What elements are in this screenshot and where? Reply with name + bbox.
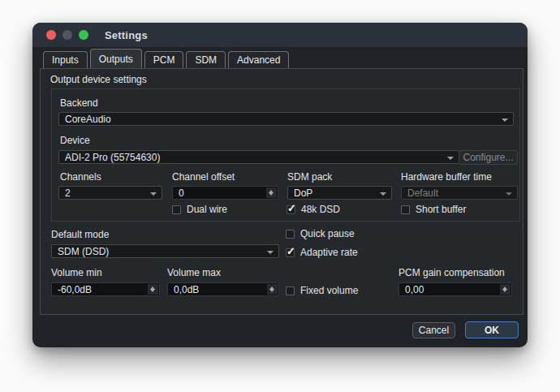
volume-max-label: Volume max: [167, 267, 221, 278]
device-select[interactable]: ADI-2 Pro (55754630): [58, 150, 459, 164]
window-title: Settings: [105, 29, 148, 41]
step-down-icon: [269, 192, 274, 196]
dual-wire-label: Dual wire: [187, 204, 227, 215]
tab-bar: Inputs Outputs PCM SDM Advanced: [43, 50, 291, 68]
volume-max-stepper[interactable]: 0,0dB: [167, 282, 279, 296]
default-mode-select[interactable]: SDM (DSD): [51, 244, 279, 258]
chevron-down-icon: [502, 118, 508, 122]
check-icon: ✓: [286, 246, 295, 256]
device-value: ADI-2 Pro (55754630): [65, 152, 160, 163]
stepper-buttons[interactable]: [266, 187, 277, 198]
sdm-pack-value: DoP: [294, 187, 312, 199]
group-title: Output device settings: [50, 74, 147, 85]
chevron-down-icon: [447, 157, 454, 160]
checkbox-box: ✓: [286, 248, 295, 257]
tab-pcm[interactable]: PCM: [144, 51, 184, 68]
dual-wire-checkbox[interactable]: Dual wire: [172, 204, 227, 215]
checkbox-box: [286, 286, 295, 295]
chevron-down-icon: [150, 192, 157, 196]
default-mode-label: Default mode: [51, 229, 109, 240]
pcm-gain-stepper[interactable]: 0,00: [398, 282, 512, 296]
stepper-buttons[interactable]: [500, 284, 510, 295]
stepper-buttons[interactable]: [267, 284, 278, 295]
volume-min-stepper[interactable]: -60,0dB: [51, 282, 160, 296]
checkbox-box: ✓: [286, 205, 295, 214]
volume-max-value: 0,0dB: [174, 284, 199, 295]
48k-dsd-label: 48k DSD: [301, 204, 340, 215]
channels-value: 2: [65, 187, 71, 199]
channel-offset-value: 0: [179, 187, 184, 199]
chevron-down-icon: [380, 192, 386, 196]
zoom-window-button[interactable]: [79, 30, 88, 40]
short-buffer-label: Short buffer: [416, 204, 466, 215]
backend-select[interactable]: CoreAudio: [58, 112, 514, 126]
close-window-button[interactable]: [46, 30, 56, 40]
hardware-buffer-time-label: Hardware buffer time: [401, 171, 492, 183]
fixed-volume-checkbox[interactable]: Fixed volume: [286, 285, 358, 296]
outputs-tab-pane: Output device settings Backend CoreAudio…: [40, 68, 523, 315]
checkbox-box: [401, 205, 410, 214]
fixed-volume-label: Fixed volume: [300, 285, 358, 296]
device-label: Device: [60, 135, 90, 146]
checkbox-box: [286, 230, 295, 239]
stepper-buttons[interactable]: [148, 284, 158, 295]
pcm-gain-value: 0,00: [405, 284, 424, 295]
short-buffer-checkbox[interactable]: Short buffer: [401, 204, 466, 215]
ok-button[interactable]: OK: [465, 321, 519, 338]
backend-value: CoreAudio: [65, 114, 111, 125]
step-down-icon: [502, 289, 507, 292]
default-mode-value: SDM (DSD): [58, 246, 109, 257]
hardware-buffer-time-value: Default: [407, 187, 438, 199]
adaptive-rate-checkbox[interactable]: ✓ Adaptive rate: [286, 247, 358, 258]
step-down-icon: [150, 289, 155, 292]
tab-advanced[interactable]: Advanced: [228, 51, 289, 68]
48k-dsd-checkbox[interactable]: ✓ 48k DSD: [286, 204, 340, 215]
backend-label: Backend: [60, 97, 98, 109]
chevron-down-icon: [506, 192, 512, 196]
sdm-pack-label: SDM pack: [287, 171, 332, 183]
quick-pause-checkbox[interactable]: Quick pause: [286, 228, 355, 239]
settings-window: Settings Inputs Outputs PCM SDM Advanced…: [32, 23, 528, 347]
pcm-gain-compensation-label: PCM gain compensation: [398, 267, 505, 278]
channel-offset-label: Channel offset: [172, 171, 235, 183]
checkbox-box: [172, 205, 181, 214]
quick-pause-label: Quick pause: [300, 228, 355, 239]
volume-min-label: Volume min: [51, 267, 102, 278]
volume-min-value: -60,0dB: [58, 284, 92, 295]
sdm-pack-select[interactable]: DoP: [287, 186, 392, 200]
chevron-down-icon: [267, 251, 274, 254]
check-icon: ✓: [287, 203, 296, 213]
output-device-settings-group: Backend CoreAudio Device ADI-2 Pro (5575…: [51, 88, 520, 222]
channels-label: Channels: [60, 171, 101, 183]
step-down-icon: [269, 289, 274, 292]
tab-outputs[interactable]: Outputs: [90, 49, 142, 68]
tab-sdm[interactable]: SDM: [186, 51, 226, 68]
cancel-button[interactable]: Cancel: [412, 322, 455, 338]
hardware-buffer-time-select: Default: [401, 186, 518, 200]
adaptive-rate-label: Adaptive rate: [300, 247, 358, 258]
tab-inputs[interactable]: Inputs: [43, 51, 88, 68]
title-bar: Settings: [32, 23, 528, 47]
channel-offset-stepper[interactable]: 0: [172, 186, 278, 200]
minimize-window-button[interactable]: [62, 30, 72, 40]
configure-button[interactable]: Configure...: [459, 150, 518, 165]
channels-select[interactable]: 2: [58, 186, 162, 200]
